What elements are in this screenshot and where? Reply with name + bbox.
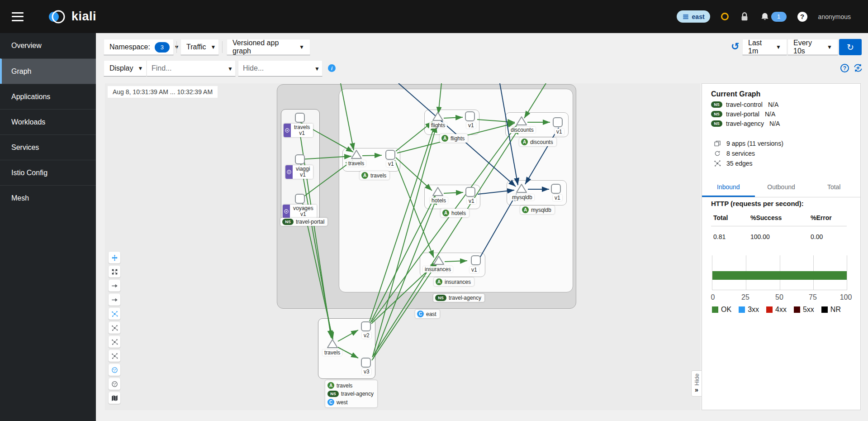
time-range-history-icon[interactable]: ↺	[731, 41, 739, 53]
workload-label-travels-v1[interactable]: travelsv1	[284, 124, 313, 137]
legend-nr-swatch	[821, 306, 828, 313]
layout-cose-button[interactable]	[109, 350, 120, 362]
sidebar-item-graph[interactable]: Graph	[0, 58, 96, 84]
cluster-name: east	[426, 311, 436, 317]
namespace-badge-travel-agency: NS travel-agency	[433, 294, 484, 302]
edge-mode-button-2[interactable]	[109, 294, 120, 306]
traffic-dropdown[interactable]: Traffic ▼	[180, 39, 219, 55]
istio-status-icon[interactable]	[721, 13, 729, 20]
sidebar-item-mesh[interactable]: Mesh	[0, 185, 96, 210]
version-node-travels-v1[interactable]	[385, 150, 395, 160]
namespace-name: travel-agency	[341, 391, 374, 397]
service-node-travels[interactable]	[351, 149, 362, 159]
workload-label-voyages-v1[interactable]: voyagesv1	[283, 205, 317, 218]
graph-type-label: Versioned app graph	[232, 39, 294, 55]
ns-badge-icon: NS	[327, 391, 339, 397]
ns-badge-icon: NS	[435, 295, 446, 301]
graph-settings-icon[interactable]	[853, 63, 863, 73]
version-node-mysqldb-v1[interactable]	[551, 184, 561, 194]
layout-dagre-button[interactable]	[109, 308, 120, 320]
app-badge-travels: A travels	[360, 171, 389, 180]
legend-5xx-swatch	[794, 306, 800, 313]
edge-mode-button[interactable]	[109, 280, 120, 292]
help-icon[interactable]: ?	[797, 12, 807, 22]
app-badge-icon: A	[521, 139, 528, 145]
version-node-travels-v3[interactable]	[361, 358, 371, 368]
namespace-dropdown[interactable]: Namespace: 3 ▼	[104, 39, 174, 55]
sidebar-item-services[interactable]: Services	[0, 134, 96, 160]
namespace-layout-button-2[interactable]	[109, 378, 120, 390]
services-icon	[714, 150, 721, 157]
graph-controls	[109, 252, 120, 404]
lock-icon[interactable]	[740, 11, 749, 22]
x-tick: 50	[775, 293, 783, 301]
service-label: discounts	[509, 127, 536, 133]
version-label: v1	[470, 267, 479, 273]
legend-button[interactable]	[109, 392, 120, 404]
workload-node-travels-v1[interactable]	[295, 113, 305, 123]
version-node-flights-v1[interactable]	[465, 111, 475, 121]
col-header-success: %Success	[750, 214, 782, 221]
kiali-logo[interactable]: kiali	[47, 7, 96, 27]
caret-down-icon: ▼	[776, 44, 781, 50]
display-dropdown[interactable]: Display ▼	[104, 60, 147, 77]
layout-concentric-button[interactable]	[109, 336, 120, 348]
pan-tool-button[interactable]	[109, 252, 120, 263]
version-node-hotels-v1[interactable]	[465, 187, 475, 197]
graph-type-dropdown[interactable]: Versioned app graph ▼	[227, 39, 310, 55]
cluster-badge[interactable]: east	[677, 10, 710, 23]
service-node-mysqldb[interactable]	[516, 183, 527, 193]
service-node-flights[interactable]	[432, 111, 444, 121]
namespace-name: travel-portal	[296, 219, 324, 225]
notification-count-badge[interactable]: 1	[771, 12, 787, 22]
service-node-insurances[interactable]	[433, 255, 445, 265]
namespace-layout-button-1[interactable]	[109, 364, 120, 376]
version-node-insurances-v1[interactable]	[471, 255, 481, 265]
layout-grid-button[interactable]	[109, 322, 120, 334]
version-node-discounts-v1[interactable]	[553, 117, 563, 127]
hide-panel-button[interactable]: Hide »	[691, 370, 702, 397]
tab-inbound[interactable]: Inbound	[702, 179, 755, 197]
find-hide-info-icon[interactable]: i	[328, 64, 336, 72]
graph-help-icon[interactable]: ?	[840, 64, 849, 72]
kiali-logo-icon	[47, 7, 67, 27]
workload-node-viaggi-v1[interactable]	[295, 154, 305, 164]
duration-dropdown[interactable]: Last 1m ▼	[742, 39, 787, 55]
refresh-interval-dropdown[interactable]: Every 10s ▼	[787, 39, 838, 55]
workload-label-viaggi-v1[interactable]: viaggiv1	[285, 165, 313, 179]
namespace-health: N/A	[769, 120, 780, 127]
graph-canvas[interactable]: Aug 8, 10:31:39 AM ... 10:32:39 AM	[105, 83, 700, 410]
notifications[interactable]: 1	[760, 12, 787, 22]
version-label: v1	[466, 122, 476, 129]
workload-node-voyages-v1[interactable]	[295, 194, 305, 204]
masthead: kiali east 1 ? anonymous	[0, 0, 868, 33]
refresh-button[interactable]: ↻	[839, 39, 862, 55]
legend-3xx-swatch	[739, 306, 745, 313]
tab-outbound[interactable]: Outbound	[755, 179, 808, 197]
app-badge-icon: A	[361, 172, 368, 179]
sidebar-item-istio-config[interactable]: Istio Config	[0, 160, 96, 185]
zoom-to-fit-button[interactable]	[109, 266, 120, 277]
version-node-travels-v2[interactable]	[361, 321, 371, 331]
sidebar-item-overview[interactable]: Overview	[0, 33, 96, 58]
ns-badge-icon: NS	[282, 219, 294, 225]
summary-panel: Current Graph NS travel-control N/A NS t…	[702, 83, 861, 410]
ns-badge-icon: NS	[711, 101, 722, 108]
hide-input[interactable]	[238, 60, 323, 77]
find-input[interactable]	[147, 60, 236, 77]
graph-edges	[105, 83, 700, 410]
sidebar-item-applications[interactable]: Applications	[0, 84, 96, 109]
bell-icon	[760, 12, 769, 21]
service-node-hotels[interactable]	[432, 187, 444, 196]
chevron-down-icon[interactable]: ▼	[228, 66, 233, 72]
workload-entry-icon	[283, 205, 290, 218]
hamburger-menu-icon[interactable]	[12, 12, 24, 21]
tab-total[interactable]: Total	[807, 179, 860, 197]
sidebar-item-workloads[interactable]: Workloads	[0, 109, 96, 134]
version-label: v2	[362, 332, 371, 339]
service-node-travels-west[interactable]	[327, 339, 338, 349]
service-node-discounts[interactable]	[516, 116, 527, 126]
sidebar: Overview Graph Applications Workloads Se…	[0, 33, 96, 421]
chevron-down-icon[interactable]: ▼	[314, 66, 320, 72]
service-label: travels	[346, 160, 366, 167]
